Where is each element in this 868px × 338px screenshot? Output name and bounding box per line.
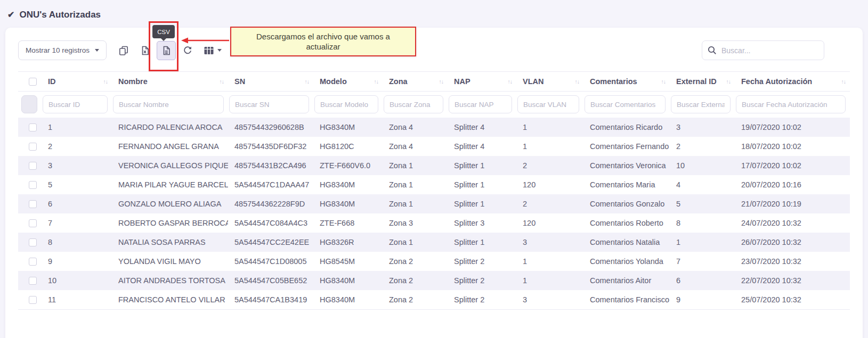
filter-input-sn[interactable] bbox=[229, 95, 309, 113]
cell-nap: Splitter 2 bbox=[448, 271, 516, 290]
cell-nombre: NATALIA SOSA PARRAS bbox=[112, 233, 228, 252]
sort-icon: ↑↓ bbox=[103, 78, 108, 85]
cell-external-id: 9 bbox=[670, 290, 735, 310]
column-header-sn[interactable]: SN↑↓ bbox=[228, 72, 313, 92]
show-entries-dropdown[interactable]: Mostrar 10 registros bbox=[18, 40, 107, 60]
cell-id: 1 bbox=[42, 118, 112, 137]
filter-input-vlan[interactable] bbox=[517, 95, 579, 113]
cell-comentarios: Comentarios Francisco bbox=[583, 290, 670, 310]
copy-button[interactable] bbox=[114, 41, 133, 60]
filter-input-external-id[interactable] bbox=[671, 95, 731, 113]
cell-vlan: 2 bbox=[516, 156, 583, 175]
check-icon: ✔ bbox=[7, 11, 14, 19]
sort-icon: ↑↓ bbox=[661, 78, 666, 85]
table-row: 6 GONZALO MOLERO ALIAGA 4857544362228F9D… bbox=[18, 194, 850, 213]
cell-modelo: HG8340M bbox=[313, 194, 383, 213]
column-visibility-button[interactable] bbox=[199, 41, 226, 60]
csv-export-button[interactable] bbox=[157, 41, 176, 60]
cell-id: 7 bbox=[42, 213, 112, 233]
cell-zona: Zona 2 bbox=[383, 290, 448, 310]
cell-vlan: 120 bbox=[516, 175, 583, 194]
select-all-checkbox[interactable] bbox=[29, 78, 37, 86]
column-label: Comentarios bbox=[590, 77, 637, 86]
row-checkbox[interactable] bbox=[29, 123, 37, 131]
column-header-external-id[interactable]: External ID↑↓ bbox=[670, 72, 735, 92]
row-checkbox[interactable] bbox=[29, 238, 37, 246]
table-row: 3 VERONICA GALLEGOS PIQUER 485754431B2CA… bbox=[18, 156, 850, 175]
filter-input-fecha-autorizacion[interactable] bbox=[736, 95, 846, 113]
table-row: 8 NATALIA SOSA PARRAS 5A544547CC2E42EE H… bbox=[18, 233, 850, 252]
excel-export-button[interactable] bbox=[135, 41, 155, 60]
cell-vlan: 3 bbox=[516, 290, 583, 310]
column-header-fecha-autorizacion[interactable]: Fecha Autorización↑↓ bbox=[735, 72, 850, 92]
cell-id: 10 bbox=[42, 271, 112, 290]
cell-nombre: RICARDO PALENCIA AROCA bbox=[112, 118, 228, 137]
copy-icon bbox=[119, 46, 128, 55]
cell-zona: Zona 2 bbox=[383, 252, 448, 271]
cell-fecha-autorizacion: 26/07/2020 10:32 bbox=[735, 233, 850, 252]
page-title: ✔ ONU's Autorizadas bbox=[0, 0, 868, 28]
row-checkbox[interactable] bbox=[29, 258, 37, 266]
cell-comentarios: Comentarios Veronica bbox=[583, 156, 670, 175]
cell-external-id: 4 bbox=[670, 175, 735, 194]
column-header-nap[interactable]: NAP↑↓ bbox=[448, 72, 516, 92]
cell-nap: Splitter 2 bbox=[448, 252, 516, 271]
column-label: VLAN bbox=[523, 77, 543, 86]
reload-button[interactable] bbox=[178, 41, 197, 60]
row-checkbox[interactable] bbox=[29, 200, 37, 208]
column-header-comentarios[interactable]: Comentarios↑↓ bbox=[583, 72, 670, 92]
cell-external-id: 5 bbox=[670, 194, 735, 213]
excel-file-icon bbox=[140, 46, 150, 55]
cell-sn: 5A544547C1D08005 bbox=[228, 252, 313, 271]
row-checkbox[interactable] bbox=[29, 277, 37, 285]
filter-input-comentarios[interactable] bbox=[585, 95, 666, 113]
cell-nap: Splitter 2 bbox=[448, 290, 516, 310]
filter-input-modelo[interactable] bbox=[314, 95, 378, 113]
export-button-group bbox=[114, 41, 228, 60]
csv-file-icon bbox=[161, 46, 171, 55]
select-all-header bbox=[18, 72, 42, 92]
cell-nombre: MARIA PILAR YAGUE BARCELO bbox=[112, 175, 228, 194]
column-label: External ID bbox=[676, 77, 717, 86]
row-checkbox[interactable] bbox=[29, 181, 37, 189]
onu-table: ID↑↓ Nombre↑↓ SN↑↓ Modelo↑↓ Zona↑↓ NAP↑↓… bbox=[18, 71, 850, 310]
cell-external-id: 10 bbox=[670, 156, 735, 175]
column-header-modelo[interactable]: Modelo↑↓ bbox=[313, 72, 383, 92]
cell-zona: Zona 1 bbox=[383, 194, 448, 213]
onu-table-card: Mostrar 10 registros bbox=[5, 28, 863, 338]
row-checkbox[interactable] bbox=[29, 162, 37, 170]
row-checkbox[interactable] bbox=[29, 296, 37, 304]
table-row: 5 MARIA PILAR YAGUE BARCELO 5A544547C1DA… bbox=[18, 175, 850, 194]
row-checkbox[interactable] bbox=[29, 143, 37, 151]
cell-id: 2 bbox=[42, 137, 112, 156]
filter-input-nombre[interactable] bbox=[113, 95, 224, 113]
column-header-zona[interactable]: Zona↑↓ bbox=[383, 72, 448, 92]
row-checkbox[interactable] bbox=[29, 219, 37, 227]
cell-sn: 4857544362228F9D bbox=[228, 194, 313, 213]
column-header-vlan[interactable]: VLAN↑↓ bbox=[516, 72, 583, 92]
cell-id: 6 bbox=[42, 194, 112, 213]
filter-input-id[interactable] bbox=[43, 95, 108, 113]
search-input[interactable] bbox=[702, 40, 824, 60]
filter-input-zona[interactable] bbox=[384, 95, 443, 113]
cell-external-id: 2 bbox=[670, 137, 735, 156]
cell-vlan: 1 bbox=[516, 252, 583, 271]
cell-id: 3 bbox=[42, 156, 112, 175]
table-row: 1 RICARDO PALENCIA AROCA 485754432960628… bbox=[18, 118, 850, 137]
cell-comentarios: Comentarios Gonzalo bbox=[583, 194, 670, 213]
cell-fecha-autorizacion: 25/07/2020 10:32 bbox=[735, 290, 850, 310]
header-row: ID↑↓ Nombre↑↓ SN↑↓ Modelo↑↓ Zona↑↓ NAP↑↓… bbox=[18, 72, 850, 92]
cell-sn: 5A544547C1DAAA47 bbox=[228, 175, 313, 194]
cell-nap: Splitter 3 bbox=[448, 213, 516, 233]
cell-comentarios: Comentarios Maria bbox=[583, 175, 670, 194]
cell-sn: 5A544547CA1B3419 bbox=[228, 290, 313, 310]
column-header-nombre[interactable]: Nombre↑↓ bbox=[112, 72, 228, 92]
sort-icon: ↑↓ bbox=[575, 78, 580, 85]
filter-input-nap[interactable] bbox=[449, 95, 512, 113]
cell-nap: Splitter 1 bbox=[448, 194, 516, 213]
chevron-down-icon bbox=[95, 49, 99, 52]
column-header-id[interactable]: ID↑↓ bbox=[42, 72, 112, 92]
column-label: Fecha Autorización bbox=[741, 77, 812, 86]
cell-nombre: YOLANDA VIGIL MAYO bbox=[112, 252, 228, 271]
cell-sn: 5A544547C05BE652 bbox=[228, 271, 313, 290]
